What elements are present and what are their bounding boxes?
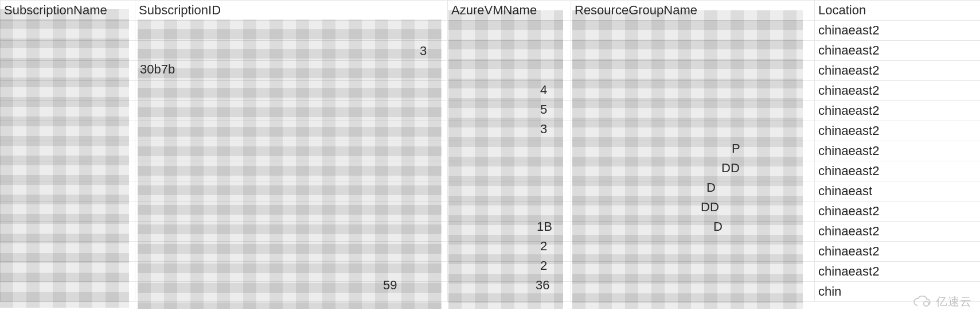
- cell-azurevmname[interactable]: [448, 121, 571, 141]
- cell-subscriptionname[interactable]: [1, 282, 135, 302]
- cell-location[interactable]: chinaeast2: [815, 201, 981, 222]
- cell-azurevmname[interactable]: [448, 21, 571, 41]
- cell-resourcegroupname[interactable]: [571, 21, 815, 41]
- cell-subscriptionname[interactable]: [1, 242, 135, 262]
- cell-azurevmname[interactable]: [448, 181, 571, 201]
- table-row: chinaeast2: [1, 81, 981, 101]
- cell-location[interactable]: chinaeast2: [815, 141, 981, 161]
- cell-azurevmname[interactable]: [448, 61, 571, 81]
- svg-point-0: [924, 301, 929, 306]
- table-row: chinaeast: [1, 181, 981, 201]
- cell-azurevmname[interactable]: [448, 222, 571, 242]
- cell-subscriptionname[interactable]: [1, 201, 135, 222]
- cell-subscriptionid[interactable]: [135, 101, 448, 121]
- vm-table: SubscriptionName SubscriptionID AzureVMN…: [0, 0, 980, 302]
- cell-location[interactable]: chinaeast2: [815, 242, 981, 262]
- cell-subscriptionid[interactable]: [135, 161, 448, 181]
- cell-location[interactable]: chinaeast2: [815, 161, 981, 181]
- cell-azurevmname[interactable]: [448, 262, 571, 282]
- cloud-icon: [912, 296, 932, 308]
- cell-subscriptionid[interactable]: [135, 222, 448, 242]
- cell-subscriptionname[interactable]: [1, 61, 135, 81]
- cell-resourcegroupname[interactable]: [571, 81, 815, 101]
- cell-subscriptionname[interactable]: [1, 181, 135, 201]
- cell-resourcegroupname[interactable]: [571, 141, 815, 161]
- table-row: chinaeast2: [1, 161, 981, 181]
- cell-subscriptionname[interactable]: [1, 262, 135, 282]
- table-row: chinaeast2: [1, 121, 981, 141]
- table-row: chin: [1, 282, 981, 302]
- col-subscription-id[interactable]: SubscriptionID: [135, 1, 448, 21]
- cell-azurevmname[interactable]: [448, 282, 571, 302]
- cell-subscriptionname[interactable]: [1, 141, 135, 161]
- cell-location[interactable]: chinaeast2: [815, 61, 981, 81]
- spreadsheet-view: SubscriptionName SubscriptionID AzureVMN…: [0, 0, 980, 314]
- cell-resourcegroupname[interactable]: [571, 242, 815, 262]
- cell-azurevmname[interactable]: [448, 161, 571, 181]
- cell-location[interactable]: chinaeast2: [815, 121, 981, 141]
- cell-subscriptionname[interactable]: [1, 121, 135, 141]
- cell-subscriptionid[interactable]: [135, 141, 448, 161]
- cell-resourcegroupname[interactable]: [571, 101, 815, 121]
- cell-azurevmname[interactable]: [448, 81, 571, 101]
- table-row: chinaeast2: [1, 242, 981, 262]
- cell-resourcegroupname[interactable]: [571, 41, 815, 61]
- cell-subscriptionname[interactable]: [1, 81, 135, 101]
- cell-subscriptionid[interactable]: [135, 41, 448, 61]
- cell-resourcegroupname[interactable]: [571, 181, 815, 201]
- cell-subscriptionid[interactable]: [135, 81, 448, 101]
- cell-resourcegroupname[interactable]: [571, 222, 815, 242]
- col-subscription-name[interactable]: SubscriptionName: [1, 1, 135, 21]
- cell-location[interactable]: chinaeast2: [815, 21, 981, 41]
- cell-resourcegroupname[interactable]: [571, 161, 815, 181]
- cell-resourcegroupname[interactable]: [571, 121, 815, 141]
- cell-subscriptionname[interactable]: [1, 21, 135, 41]
- cell-azurevmname[interactable]: [448, 101, 571, 121]
- cell-azurevmname[interactable]: [448, 201, 571, 222]
- header-row: SubscriptionName SubscriptionID AzureVMN…: [1, 1, 981, 21]
- col-location[interactable]: Location: [815, 1, 981, 21]
- cell-location[interactable]: chinaeast2: [815, 222, 981, 242]
- cell-azurevmname[interactable]: [448, 41, 571, 61]
- cell-subscriptionid[interactable]: [135, 181, 448, 201]
- cell-location[interactable]: chinaeast: [815, 181, 981, 201]
- table-row: chinaeast2: [1, 101, 981, 121]
- col-azure-vm-name[interactable]: AzureVMName: [448, 1, 571, 21]
- cell-subscriptionid[interactable]: [135, 262, 448, 282]
- watermark-text: 亿速云: [936, 294, 972, 309]
- col-resource-group-name[interactable]: ResourceGroupName: [571, 1, 815, 21]
- table-row: chinaeast2: [1, 61, 981, 81]
- cell-subscriptionid[interactable]: [135, 242, 448, 262]
- cell-azurevmname[interactable]: [448, 141, 571, 161]
- table-row: chinaeast2: [1, 141, 981, 161]
- cell-subscriptionid[interactable]: [135, 61, 448, 81]
- cell-subscriptionid[interactable]: [135, 21, 448, 41]
- cell-resourcegroupname[interactable]: [571, 262, 815, 282]
- watermark: 亿速云: [912, 294, 972, 309]
- table-row: chinaeast2: [1, 222, 981, 242]
- cell-location[interactable]: chinaeast2: [815, 262, 981, 282]
- cell-subscriptionname[interactable]: [1, 41, 135, 61]
- cell-resourcegroupname[interactable]: [571, 282, 815, 302]
- cell-location[interactable]: chinaeast2: [815, 41, 981, 61]
- table-row: chinaeast2: [1, 41, 981, 61]
- cell-azurevmname[interactable]: [448, 242, 571, 262]
- cell-location[interactable]: chinaeast2: [815, 101, 981, 121]
- cell-location[interactable]: chinaeast2: [815, 81, 981, 101]
- cell-subscriptionid[interactable]: [135, 201, 448, 222]
- cell-resourcegroupname[interactable]: [571, 201, 815, 222]
- cell-subscriptionname[interactable]: [1, 101, 135, 121]
- table-row: chinaeast2: [1, 262, 981, 282]
- cell-subscriptionid[interactable]: [135, 121, 448, 141]
- cell-subscriptionname[interactable]: [1, 161, 135, 181]
- cell-resourcegroupname[interactable]: [571, 61, 815, 81]
- cell-subscriptionid[interactable]: [135, 282, 448, 302]
- table-row: chinaeast2: [1, 21, 981, 41]
- table-row: chinaeast2: [1, 201, 981, 222]
- cell-subscriptionname[interactable]: [1, 222, 135, 242]
